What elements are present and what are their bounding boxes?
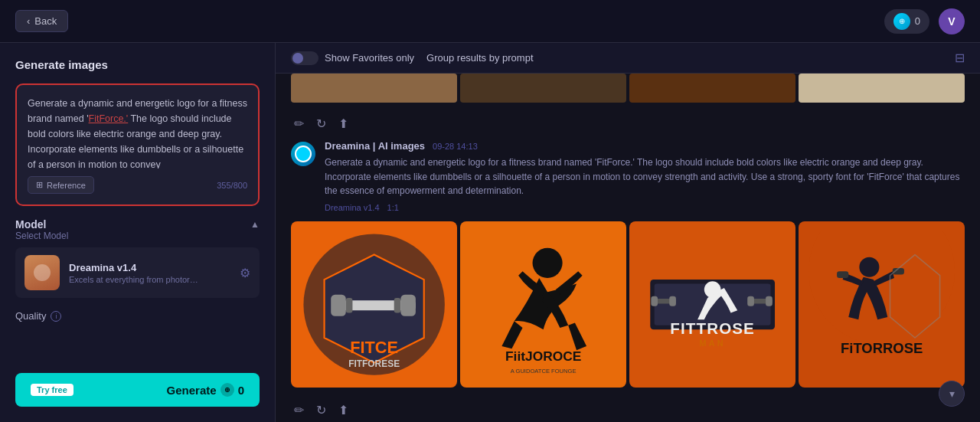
ai-ratio-label: 1:1 bbox=[387, 203, 399, 212]
svg-point-23 bbox=[808, 230, 955, 345]
svg-rect-21 bbox=[747, 296, 754, 306]
ai-text-block: Dreamina | AI images 09-28 14:13 Generat… bbox=[325, 140, 965, 212]
settings-icon[interactable]: ⚙ bbox=[240, 266, 250, 280]
topbar: ‹ Back ⊕ 0 V bbox=[0, 0, 980, 43]
ai-name: Dreamina | AI images bbox=[325, 140, 425, 152]
svg-point-9 bbox=[532, 247, 562, 277]
model-name: Dreamina v1.4 bbox=[69, 262, 230, 273]
ai-avatar bbox=[291, 142, 315, 166]
avatar[interactable]: V bbox=[939, 8, 965, 34]
ai-avatar-inner bbox=[295, 146, 312, 162]
coin-badge: ⊕ 0 bbox=[884, 9, 929, 34]
generate-button[interactable]: Try free Generate ⊕ 0 bbox=[15, 373, 260, 407]
coin-icon: ⊕ bbox=[893, 13, 910, 30]
ai-timestamp: 09-28 14:13 bbox=[433, 142, 478, 151]
logo-svg-2: FiitJOROCE A GUIDOATCE FOUNGE bbox=[469, 230, 618, 379]
logo-container-3: FITTROSE MAN bbox=[629, 221, 795, 388]
image-cell-2[interactable]: FiitJOROCE A GUIDOATCE FOUNGE bbox=[460, 221, 626, 388]
logo-svg-4: FiTORROSE bbox=[807, 230, 956, 379]
refresh-button-bottom[interactable]: ↻ bbox=[313, 400, 329, 420]
model-section: Model ▲ Select Model Dreamina v1.4 Excel… bbox=[15, 218, 260, 298]
prompt-box[interactable]: Generate a dynamic and energetic logo fo… bbox=[15, 83, 260, 206]
edit-button-top[interactable]: ✏ bbox=[291, 113, 307, 134]
edit-button-bottom[interactable]: ✏ bbox=[291, 400, 307, 420]
favorites-toggle-switch[interactable] bbox=[291, 51, 318, 65]
prompt-text: Generate a dynamic and energetic logo fo… bbox=[28, 96, 247, 168]
model-section-header: Model ▲ bbox=[15, 218, 260, 231]
logo-container-2: FiitJOROCE A GUIDOATCE FOUNGE bbox=[460, 221, 626, 388]
refresh-button-top[interactable]: ↻ bbox=[313, 113, 329, 134]
ai-info-row: Dreamina | AI images 09-28 14:13 Generat… bbox=[276, 140, 980, 221]
image-cell-4[interactable]: FiTORROSE bbox=[799, 221, 965, 388]
sidebar-title: Generate images bbox=[15, 58, 260, 71]
generate-label-group: Generate ⊕ 0 bbox=[167, 383, 244, 397]
svg-rect-3 bbox=[331, 294, 346, 316]
image-cell-3[interactable]: FITTROSE MAN bbox=[629, 221, 795, 388]
quality-section: Quality i bbox=[15, 310, 260, 322]
toggle-dot bbox=[292, 53, 303, 64]
content-header-left: Show Favorites only Group results by pro… bbox=[291, 51, 534, 65]
logo-svg-1: FITCE FITFORESE bbox=[299, 230, 449, 379]
image-grid: FITCE FITFORESE bbox=[276, 221, 980, 397]
model-card[interactable]: Dreamina v1.4 Excels at everything from … bbox=[15, 247, 260, 298]
collapse-icon[interactable]: ⊟ bbox=[955, 51, 965, 65]
reference-label: Reference bbox=[47, 181, 86, 190]
bottom-action-row: ✏ ↻ ⬆ bbox=[276, 397, 980, 422]
scroll-down-button[interactable]: ▾ bbox=[939, 381, 965, 407]
chevron-up-icon[interactable]: ▲ bbox=[250, 219, 260, 230]
strip-thumb-1 bbox=[291, 74, 457, 103]
svg-text:A GUIDOATCE FOUNGE: A GUIDOATCE FOUNGE bbox=[511, 367, 577, 374]
images-scroll[interactable]: ✏ ↻ ⬆ Dreamina | AI images 09-28 14:13 bbox=[276, 74, 980, 422]
model-face bbox=[24, 255, 60, 290]
svg-rect-25 bbox=[837, 271, 848, 278]
model-desc: Excels at everything from photoreali... bbox=[69, 275, 199, 284]
generate-coin-icon: ⊕ bbox=[220, 383, 234, 397]
strip-thumb-2 bbox=[460, 74, 626, 103]
svg-rect-5 bbox=[394, 298, 401, 313]
strip-thumb-3 bbox=[629, 74, 795, 103]
svg-point-24 bbox=[859, 257, 879, 276]
try-free-badge: Try free bbox=[31, 384, 74, 396]
ai-meta: Dreamina v1.4 1:1 bbox=[325, 203, 965, 212]
svg-text:FiitJOROCE: FiitJOROCE bbox=[505, 348, 581, 364]
quality-label: Quality bbox=[15, 310, 46, 322]
group-results-label[interactable]: Group results by prompt bbox=[426, 52, 533, 64]
back-button[interactable]: ‹ Back bbox=[15, 10, 68, 32]
svg-rect-19 bbox=[669, 296, 676, 306]
main-layout: Generate images Generate a dynamic and e… bbox=[0, 43, 980, 422]
favorites-label: Show Favorites only bbox=[325, 52, 414, 64]
logo-svg-3: FITTROSE MAN bbox=[638, 230, 787, 379]
ai-prompt-text: Generate a dynamic and energetic logo fo… bbox=[325, 155, 965, 198]
svg-rect-4 bbox=[346, 298, 353, 313]
model-section-title: Model bbox=[15, 218, 46, 231]
chevron-left-icon: ‹ bbox=[27, 15, 30, 27]
reference-button[interactable]: ⊞ Reference bbox=[28, 176, 94, 194]
logo-container-1: FITCE FITFORESE bbox=[291, 221, 457, 388]
char-count: 355/800 bbox=[217, 181, 247, 190]
svg-text:MAN: MAN bbox=[699, 339, 725, 348]
svg-text:FITCE: FITCE bbox=[350, 337, 398, 356]
ai-header: Dreamina | AI images 09-28 14:13 bbox=[325, 140, 965, 152]
content-wrapper: ✏ ↻ ⬆ Dreamina | AI images 09-28 14:13 bbox=[276, 74, 980, 422]
back-label: Back bbox=[34, 15, 57, 27]
coin-count: 0 bbox=[915, 15, 920, 27]
svg-rect-18 bbox=[651, 296, 658, 306]
svg-rect-22 bbox=[766, 296, 773, 306]
top-action-row: ✏ ↻ ⬆ bbox=[276, 110, 980, 140]
svg-text:FiTORROSE: FiTORROSE bbox=[841, 339, 923, 355]
fitforce-link: FitForce.' bbox=[89, 113, 129, 124]
model-thumbnail bbox=[24, 255, 60, 290]
share-button-bottom[interactable]: ⬆ bbox=[335, 400, 351, 420]
sidebar: Generate images Generate a dynamic and e… bbox=[0, 43, 276, 422]
image-cell-1[interactable]: FITCE FITFORESE bbox=[291, 221, 457, 388]
quality-info-icon[interactable]: i bbox=[51, 311, 61, 322]
content-area: Show Favorites only Group results by pro… bbox=[276, 43, 980, 422]
favorites-toggle[interactable]: Show Favorites only bbox=[291, 51, 414, 65]
topbar-right: ⊕ 0 V bbox=[884, 8, 965, 34]
model-info: Dreamina v1.4 Excels at everything from … bbox=[69, 262, 230, 284]
svg-rect-6 bbox=[400, 294, 416, 316]
content-header: Show Favorites only Group results by pro… bbox=[276, 43, 980, 74]
select-model-label: Select Model bbox=[15, 231, 260, 241]
share-button-top[interactable]: ⬆ bbox=[335, 113, 351, 134]
top-strip bbox=[276, 74, 980, 104]
